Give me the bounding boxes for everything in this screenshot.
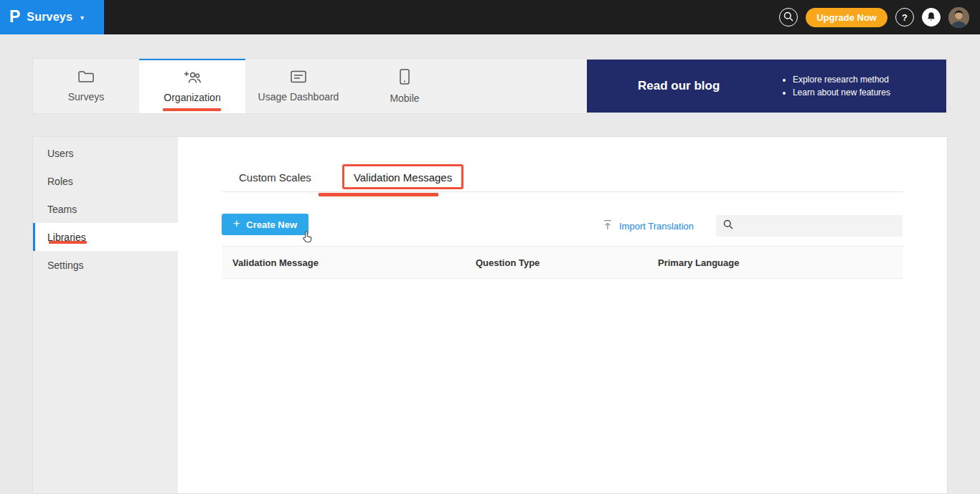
avatar[interactable] [948, 7, 969, 28]
validation-table-header: Validation Message Question Type Primary… [222, 246, 903, 279]
upgrade-button[interactable]: Upgrade Now [806, 8, 887, 27]
sidebar-item-label: Teams [47, 204, 77, 215]
nav-tab-mobile[interactable]: Mobile [352, 59, 458, 113]
blog-bullet: Explore research method [793, 75, 890, 85]
settings-sidebar: Users Roles Teams Libraries Settings [33, 137, 178, 493]
topbar: P Surveys ▾ Upgrade Now ? [0, 0, 980, 34]
annotation-underline-validation-messages [319, 193, 438, 196]
plus-icon: + [233, 218, 240, 229]
search-button[interactable] [779, 8, 798, 27]
column-header-validation-message: Validation Message [222, 257, 476, 268]
nav-tab-label: Mobile [390, 92, 419, 104]
blog-promo-bullets: Explore research method Learn about new … [782, 72, 890, 100]
sidebar-item-users[interactable]: Users [33, 139, 178, 167]
import-translation-label: Import Translation [619, 221, 694, 232]
create-new-button[interactable]: + Create New [222, 214, 308, 235]
blog-promo-panel[interactable]: Read our blog Explore research method Le… [587, 60, 946, 113]
dashboard-icon [291, 70, 306, 86]
sidebar-item-label: Settings [47, 260, 84, 271]
tab-validation-messages-label: Validation Messages [354, 171, 452, 184]
notifications-button[interactable] [922, 8, 941, 27]
libraries-content: Custom Scales Validation Messages + Crea… [178, 137, 947, 493]
help-button[interactable]: ? [895, 8, 914, 27]
module-nav-card: Surveys Organization Usage Dashboard [32, 58, 948, 114]
product-switcher[interactable]: P Surveys ▾ [0, 0, 104, 34]
sidebar-item-libraries[interactable]: Libraries [33, 223, 178, 251]
import-translation-link[interactable]: Import Translation [603, 216, 694, 236]
annotation-underline-libraries [49, 241, 87, 244]
create-new-label: Create New [246, 219, 297, 230]
smartphone-icon [400, 69, 410, 87]
nav-tab-label: Usage Dashboard [258, 91, 339, 103]
product-switcher-label: Surveys [27, 11, 72, 24]
library-search-box [716, 215, 903, 237]
tab-custom-scales[interactable]: Custom Scales [239, 171, 311, 184]
column-header-primary-language: Primary Language [658, 257, 903, 268]
tabs-divider [222, 191, 903, 192]
sidebar-item-settings[interactable]: Settings [33, 251, 178, 279]
nav-tab-usage-dashboard[interactable]: Usage Dashboard [245, 59, 352, 113]
search-icon [723, 219, 733, 232]
sidebar-item-roles[interactable]: Roles [33, 167, 178, 195]
import-icon [603, 219, 613, 233]
nav-tab-organization[interactable]: Organization [139, 59, 245, 113]
library-tabs: Custom Scales Validation Messages [239, 171, 452, 184]
sidebar-item-label: Users [47, 148, 74, 159]
topbar-actions: Upgrade Now ? [779, 0, 969, 34]
main-panel: Users Roles Teams Libraries Settings Cus… [32, 136, 948, 494]
chevron-down-icon: ▾ [80, 14, 84, 22]
add-users-icon [183, 70, 202, 87]
questionpro-logo: P [9, 9, 20, 25]
sidebar-item-teams[interactable]: Teams [33, 195, 178, 223]
annotation-underline-organization [163, 108, 221, 111]
module-tabs: Surveys Organization Usage Dashboard [33, 59, 458, 113]
column-header-question-type: Question Type [476, 257, 658, 268]
nav-tab-label: Surveys [68, 91, 105, 103]
bell-icon [926, 11, 936, 24]
avatar-photo [948, 7, 969, 28]
library-search-input[interactable] [739, 221, 895, 232]
sidebar-item-label: Roles [47, 176, 73, 187]
nav-tab-surveys[interactable]: Surveys [33, 59, 139, 113]
search-icon [783, 11, 793, 24]
tab-validation-messages[interactable]: Validation Messages [354, 171, 452, 184]
nav-tab-label: Organization [164, 92, 220, 103]
folder-icon [78, 70, 94, 86]
blog-bullet: Learn about new features [793, 87, 890, 98]
blog-promo-title: Read our blog [638, 79, 720, 93]
